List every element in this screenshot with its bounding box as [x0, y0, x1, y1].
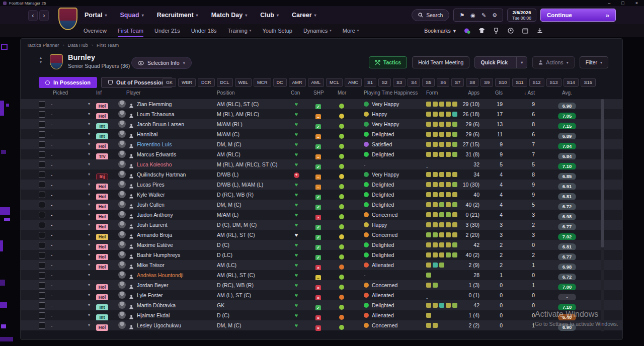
breadcrumb-item[interactable]: Data Hub [68, 42, 88, 48]
picked-dropdown[interactable]: -▾ [51, 119, 90, 129]
kit-icon[interactable] [478, 27, 485, 34]
player-name[interactable]: Hannibal [137, 129, 215, 139]
minimize-button[interactable]: – [608, 0, 610, 6]
position-pill-s5[interactable]: S5 [422, 78, 435, 87]
player-name[interactable]: Maxime Estève [137, 240, 215, 250]
picked-dropdown[interactable]: -▾ [51, 260, 90, 270]
back-button[interactable]: ‹ [28, 10, 38, 21]
picked-dropdown[interactable]: -▾ [51, 149, 90, 159]
table-row[interactable]: -▾ Hol Florentino Luís DM, M (C) ♥ ✓ Sat… [21, 139, 622, 149]
notes-pencil-icon[interactable]: ✎ [481, 9, 486, 22]
picked-dropdown[interactable]: -▾ [51, 210, 90, 220]
table-row[interactable]: -▾ Hol Lyle Foster AM (L), ST (C) ♥ × Al… [21, 290, 622, 300]
picked-dropdown[interactable]: -▾ [51, 220, 90, 230]
picked-dropdown[interactable]: -▾ [51, 159, 90, 169]
row-checkbox[interactable] [39, 182, 45, 188]
tab-dynamics[interactable]: Dynamics▾ [303, 24, 332, 37]
row-checkbox[interactable] [39, 202, 45, 208]
row-checkbox[interactable] [39, 131, 45, 138]
picked-dropdown[interactable]: -▾ [51, 270, 90, 280]
tab-overview[interactable]: Overview [84, 24, 107, 37]
quick-pick-dropdown[interactable]: ▾ [516, 57, 527, 68]
position-pill-mcr[interactable]: MCR [254, 78, 271, 87]
table-row[interactable]: -▾ Int Hannibal M/AM (C) ♥ – Delighted 2… [21, 129, 622, 139]
table-row[interactable]: -▾ Hol Armando Broja AM (RL), ST (C) ♥ ✓… [21, 230, 622, 240]
actions-button[interactable]: Actions ▾ [532, 56, 574, 68]
player-name[interactable]: Martin Dúbravka [137, 300, 215, 310]
player-name[interactable]: Armando Broja [137, 230, 215, 240]
col-con[interactable]: Con [291, 90, 300, 96]
position-pill-s3[interactable]: S3 [393, 78, 406, 87]
in-possession-toggle[interactable]: In Possession [39, 77, 97, 88]
picked-dropdown[interactable]: -▾ [51, 190, 90, 200]
col-gls[interactable]: Gls [487, 90, 503, 96]
position-pill-s15[interactable]: S15 [581, 78, 596, 87]
player-name[interactable]: Quilindschy Hartman [137, 169, 215, 180]
player-name[interactable]: Florentino Luís [137, 139, 215, 149]
menu-recruitment[interactable]: Recruitment▾ [157, 12, 198, 19]
player-name[interactable]: Loum Tchaouna [137, 109, 215, 119]
table-row[interactable]: -▾ Hol Loum Tchaouna M (RL), AM (RLC) ♥ … [21, 109, 622, 119]
picked-dropdown[interactable]: -▾ [51, 280, 90, 290]
inbox-download-icon[interactable] [536, 27, 543, 34]
breadcrumb-item[interactable]: Tactics Planner [27, 42, 59, 48]
col-ast[interactable]: ↓ Ast [508, 90, 535, 96]
picked-dropdown[interactable]: -▾ [51, 310, 90, 320]
forward-button[interactable]: › [39, 10, 49, 21]
row-checkbox[interactable] [39, 302, 45, 309]
menu-career[interactable]: Career▾ [292, 12, 316, 19]
row-checkbox[interactable] [39, 262, 45, 269]
row-checkbox[interactable] [39, 252, 45, 258]
filter-button[interactable]: Filter ▾ [580, 56, 608, 68]
position-pill-amc[interactable]: AMC [345, 78, 362, 87]
picked-dropdown[interactable]: -▾ [51, 180, 90, 190]
col-player[interactable]: Player [126, 90, 140, 96]
position-pill-amr[interactable]: AMR [289, 78, 306, 87]
menu-squad[interactable]: Squad▾ [120, 12, 143, 19]
row-checkbox[interactable] [39, 292, 45, 299]
row-checkbox[interactable] [39, 151, 45, 158]
position-pill-s1[interactable]: S1 [364, 78, 376, 87]
row-checkbox[interactable] [39, 222, 45, 228]
position-pill-dc[interactable]: DC [273, 78, 287, 87]
player-name[interactable]: Josh Cullen [137, 200, 215, 210]
picked-dropdown[interactable]: -▾ [51, 230, 90, 240]
tab-first-team[interactable]: First Team [118, 24, 143, 37]
trophy-icon[interactable] [493, 27, 500, 34]
player-name[interactable]: Mike Trésor [137, 260, 215, 270]
tab-youth-setup[interactable]: Youth Setup [262, 24, 292, 37]
table-row[interactable]: -▾ Hol Kyle Walker D (RC), WB (R) ♥ ✓ De… [21, 190, 622, 200]
picked-dropdown[interactable]: -▾ [51, 320, 90, 330]
out-of-possession-toggle[interactable]: Out of Possession [101, 77, 172, 88]
selection-info-dropdown[interactable]: Selection Info ▾ [131, 57, 192, 69]
messages-icon[interactable] [463, 27, 470, 34]
quick-pick-button[interactable]: Quick Pick ▾ [474, 56, 527, 68]
position-pill-dcl[interactable]: DCL [217, 78, 233, 87]
position-pill-s13[interactable]: S13 [546, 78, 561, 87]
settings-gear-icon[interactable]: ⚙ [492, 9, 497, 22]
tab-under-18s[interactable]: Under 18s [191, 24, 217, 37]
player-name[interactable]: Jordan Beyer [137, 280, 215, 290]
picked-dropdown[interactable]: -▾ [51, 99, 90, 109]
position-pill-s8[interactable]: S8 [466, 78, 478, 87]
picked-dropdown[interactable]: -▾ [51, 200, 90, 210]
table-row[interactable]: -▾ Andréas Hountondji AM (RL), ST (C) ♥ … [21, 270, 622, 280]
row-checkbox[interactable] [39, 232, 45, 238]
picked-dropdown[interactable]: -▾ [51, 240, 90, 250]
player-name[interactable]: Zian Flemming [137, 99, 215, 109]
table-row[interactable]: -▾ Hol Bashir Humphreys D (LC) ♥ ✓ Delig… [21, 250, 622, 260]
picked-dropdown[interactable]: -▾ [51, 139, 90, 149]
table-row[interactable]: -▾ Int Jacob Bruun Larsen M/AM (RL) ♥ ✓ … [21, 119, 622, 129]
position-pill-s12[interactable]: S12 [529, 78, 544, 87]
col-happiness[interactable]: Playing Time Happiness [364, 90, 418, 96]
search-button[interactable]: Search [412, 9, 449, 21]
picked-dropdown[interactable]: -▾ [51, 300, 90, 310]
table-row[interactable]: -▾ Luca Koleosho M (RL), AM (RLC), ST (C… [21, 159, 622, 169]
picked-dropdown[interactable]: -▾ [51, 129, 90, 139]
player-name[interactable]: Jacob Bruun Larsen [137, 119, 215, 129]
position-pill-s11[interactable]: S11 [512, 78, 527, 87]
calendar-icon[interactable] [522, 27, 529, 34]
menu-match-day[interactable]: Match Day▾ [211, 12, 248, 19]
row-checkbox[interactable] [39, 192, 45, 198]
panel-collapse-arrows[interactable]: ▴ ▾ [40, 55, 42, 64]
